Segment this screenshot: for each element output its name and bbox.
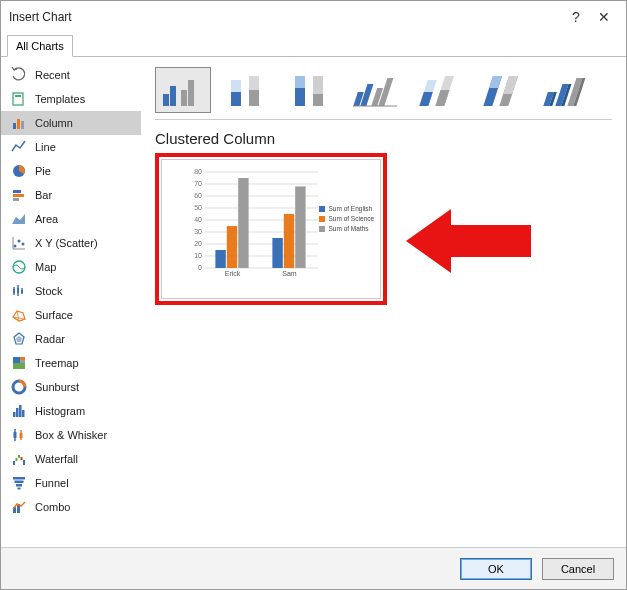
cancel-button[interactable]: Cancel bbox=[542, 558, 614, 580]
svg-rect-44 bbox=[18, 488, 21, 490]
sidebar-item-label: Histogram bbox=[35, 405, 85, 417]
sidebar-item-label: Surface bbox=[35, 309, 73, 321]
legend-item: Sum of Maths bbox=[319, 225, 374, 232]
svg-rect-42 bbox=[15, 481, 24, 484]
svg-text:30: 30 bbox=[194, 228, 202, 235]
sidebar-item-label: Waterfall bbox=[35, 453, 78, 465]
svg-rect-102 bbox=[295, 186, 305, 268]
line-icon bbox=[11, 139, 27, 155]
sidebar-item-label: Radar bbox=[35, 333, 65, 345]
svg-rect-40 bbox=[23, 460, 25, 465]
sidebar-item-line[interactable]: Line bbox=[1, 135, 141, 159]
preview-wrapper: 01020304050607080ErickSam Sum of English… bbox=[155, 153, 387, 305]
sidebar-item-label: Templates bbox=[35, 93, 85, 105]
subtype-row bbox=[155, 67, 612, 113]
svg-text:Erick: Erick bbox=[225, 270, 241, 277]
sidebar-item-radar[interactable]: Radar bbox=[1, 327, 141, 351]
svg-text:0: 0 bbox=[198, 264, 202, 271]
svg-rect-1 bbox=[15, 95, 21, 97]
svg-rect-26 bbox=[13, 363, 25, 369]
svg-rect-67 bbox=[435, 90, 449, 106]
svg-rect-49 bbox=[181, 90, 187, 106]
surface-icon bbox=[11, 307, 27, 323]
svg-rect-52 bbox=[231, 92, 241, 106]
sidebar-item-xy-scatter[interactable]: X Y (Scatter) bbox=[1, 231, 141, 255]
sidebar-item-map[interactable]: Map bbox=[1, 255, 141, 279]
main-panel: Clustered Column 01020304050607080ErickS… bbox=[141, 57, 626, 539]
legend-item: Sum of English bbox=[319, 205, 374, 212]
sidebar-item-funnel[interactable]: Funnel bbox=[1, 471, 141, 495]
close-button[interactable]: ✕ bbox=[590, 9, 618, 25]
svg-text:70: 70 bbox=[194, 180, 202, 187]
ok-button[interactable]: OK bbox=[460, 558, 532, 580]
sidebar-item-label: Bar bbox=[35, 189, 52, 201]
subtype-3d-clustered-column[interactable] bbox=[347, 67, 403, 113]
tab-all-charts[interactable]: All Charts bbox=[7, 35, 73, 57]
chart-legend: Sum of EnglishSum of ScienceSum of Maths bbox=[319, 202, 374, 235]
svg-rect-29 bbox=[16, 408, 19, 417]
sidebar-item-label: Area bbox=[35, 213, 58, 225]
subtype-3d-column[interactable] bbox=[539, 67, 595, 113]
subtype-3d-stacked-column[interactable] bbox=[411, 67, 467, 113]
svg-rect-98 bbox=[238, 178, 248, 268]
svg-rect-20 bbox=[21, 290, 23, 293]
sidebar-item-column[interactable]: Column bbox=[1, 111, 141, 135]
svg-rect-38 bbox=[18, 455, 20, 458]
svg-rect-28 bbox=[13, 412, 16, 417]
subtype-3d-100-stacked-column[interactable] bbox=[475, 67, 531, 113]
xy-scatter-icon bbox=[11, 235, 27, 251]
sidebar-item-label: Combo bbox=[35, 501, 70, 513]
svg-rect-30 bbox=[19, 405, 22, 417]
svg-rect-31 bbox=[22, 410, 25, 417]
subtype-clustered-column[interactable] bbox=[155, 67, 211, 113]
subtype-title: Clustered Column bbox=[155, 130, 612, 147]
sidebar-item-sunburst[interactable]: Sunburst bbox=[1, 375, 141, 399]
svg-rect-35 bbox=[20, 433, 23, 438]
svg-text:80: 80 bbox=[194, 168, 202, 175]
stock-icon bbox=[11, 283, 27, 299]
sidebar-item-combo[interactable]: Combo bbox=[1, 495, 141, 519]
svg-rect-8 bbox=[13, 198, 19, 201]
svg-rect-71 bbox=[503, 76, 518, 94]
sunburst-icon bbox=[11, 379, 27, 395]
sidebar-item-treemap[interactable]: Treemap bbox=[1, 351, 141, 375]
sidebar-item-label: Line bbox=[35, 141, 56, 153]
chart-preview[interactable]: 01020304050607080ErickSam Sum of English… bbox=[161, 159, 381, 299]
waterfall-icon bbox=[11, 451, 27, 467]
sidebar-item-recent[interactable]: Recent bbox=[1, 63, 141, 87]
subtype-stacked-column[interactable] bbox=[219, 67, 275, 113]
sidebar-item-box-whisker[interactable]: Box & Whisker bbox=[1, 423, 141, 447]
help-button[interactable]: ? bbox=[562, 9, 590, 25]
sidebar-item-waterfall[interactable]: Waterfall bbox=[1, 447, 141, 471]
dialog-content: RecentTemplatesColumnLinePieBarAreaX Y (… bbox=[1, 57, 626, 539]
svg-rect-97 bbox=[227, 226, 237, 268]
sidebar-item-label: Column bbox=[35, 117, 73, 129]
svg-point-11 bbox=[22, 243, 25, 246]
pie-icon bbox=[11, 163, 27, 179]
sidebar-item-label: X Y (Scatter) bbox=[35, 237, 98, 249]
sidebar-item-label: Stock bbox=[35, 285, 63, 297]
tabstrip: All Charts bbox=[1, 33, 626, 57]
subtype-100-stacked-column[interactable] bbox=[283, 67, 339, 113]
svg-text:Sam: Sam bbox=[282, 270, 297, 277]
sidebar-item-surface[interactable]: Surface bbox=[1, 303, 141, 327]
svg-rect-2 bbox=[13, 123, 16, 129]
sidebar-item-bar[interactable]: Bar bbox=[1, 183, 141, 207]
svg-rect-6 bbox=[13, 190, 21, 193]
sidebar-item-label: Funnel bbox=[35, 477, 69, 489]
svg-rect-69 bbox=[489, 76, 502, 88]
chart-svg: 01020304050607080ErickSam bbox=[190, 168, 320, 280]
recent-icon bbox=[11, 67, 27, 83]
svg-rect-58 bbox=[313, 76, 323, 94]
svg-rect-101 bbox=[284, 214, 294, 268]
sidebar-item-stock[interactable]: Stock bbox=[1, 279, 141, 303]
svg-rect-39 bbox=[21, 457, 23, 460]
svg-rect-47 bbox=[163, 94, 169, 106]
sidebar-item-templates[interactable]: Templates bbox=[1, 87, 141, 111]
map-icon bbox=[11, 259, 27, 275]
svg-text:40: 40 bbox=[194, 216, 202, 223]
templates-icon bbox=[11, 91, 27, 107]
sidebar-item-pie[interactable]: Pie bbox=[1, 159, 141, 183]
sidebar-item-area[interactable]: Area bbox=[1, 207, 141, 231]
sidebar-item-histogram[interactable]: Histogram bbox=[1, 399, 141, 423]
